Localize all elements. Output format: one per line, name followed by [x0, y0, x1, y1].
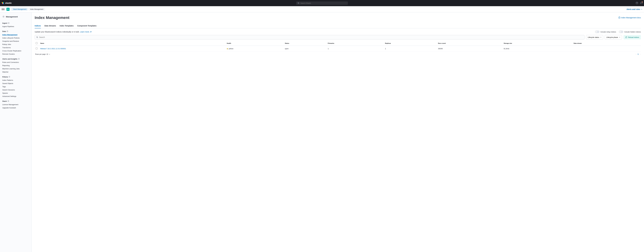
nav-section-title: Data ⓘ — [0, 29, 32, 33]
sidebar-item[interactable]: Machine Learning Jobs — [0, 67, 32, 70]
column-header[interactable]: Primaries — [327, 41, 384, 46]
external-link-icon — [90, 31, 92, 32]
cell-storage-size: 91.8mb — [503, 46, 573, 52]
chevron-down-icon — [600, 36, 602, 38]
cell-primaries: 1 — [327, 46, 384, 52]
sidebar-item[interactable]: Rules and Connectors — [0, 61, 32, 64]
pagination: ‹ 1 › — [636, 53, 640, 55]
sidebar-title: Management — [6, 16, 18, 18]
chevron-down-icon — [49, 54, 50, 55]
sidebar-item[interactable]: Rollup Jobs — [0, 43, 32, 46]
cell-docs-count: 39349 — [437, 46, 503, 52]
reload-label: Reload indices — [628, 36, 639, 38]
nav-toggle-button[interactable] — [2, 8, 5, 11]
search-icon — [298, 2, 299, 4]
lifecycle-phase-dropdown[interactable]: Lifecycle phase — [605, 35, 622, 40]
svg-point-2 — [2, 3, 3, 4]
info-icon[interactable]: ⓘ — [8, 22, 10, 24]
lifecycle-status-dropdown[interactable]: Lifecycle status — [586, 35, 603, 40]
page-prev-button[interactable]: ‹ — [636, 53, 636, 55]
tab[interactable]: Index Templates — [60, 24, 74, 28]
switch-off-icon — [595, 31, 600, 33]
alerts-rules-label: Alerts and rules — [626, 8, 640, 10]
page-current[interactable]: 1 — [638, 53, 638, 55]
refresh-icon — [625, 36, 627, 38]
brand-logo[interactable]: elastic — [2, 2, 12, 4]
sidebar-item[interactable]: Cross-Cluster Replication — [0, 49, 32, 52]
toggle-rollup-label: Include rollup indices — [600, 31, 616, 33]
tab[interactable]: Component Templates — [77, 24, 96, 28]
info-icon[interactable]: ⓘ — [7, 30, 8, 32]
sidebar-item[interactable]: Transforms — [0, 46, 32, 49]
global-search[interactable] — [296, 2, 348, 5]
page-next-button[interactable]: › — [640, 53, 640, 55]
health-dot-icon — [227, 48, 228, 49]
row-checkbox[interactable] — [36, 48, 38, 49]
info-icon[interactable]: ⓘ — [8, 100, 9, 102]
sidebar-item[interactable]: License Management — [0, 103, 32, 106]
tab[interactable]: Data Streams — [44, 24, 56, 28]
sidebar-item[interactable]: Saved Objects — [0, 82, 32, 85]
sidebar-item[interactable]: Ingest Pipelines — [0, 25, 32, 28]
column-header[interactable]: Replicas — [384, 41, 437, 46]
breadcrumb: Stack Management Index Management — [11, 8, 44, 11]
cell-data-stream — [572, 46, 641, 52]
sidebar-item[interactable]: Search Sessions — [0, 88, 32, 92]
sidebar-item[interactable]: Upgrade Assistant — [0, 106, 32, 110]
help-icon[interactable] — [636, 2, 638, 4]
table-row: filebeat-7.16.2-2021.12.31-000001yellowo… — [35, 46, 641, 52]
cell-replicas: 1 — [384, 46, 437, 52]
docs-link-label: Index Management docs — [621, 16, 641, 19]
sidebar-item[interactable]: Index Management — [0, 33, 32, 36]
breadcrumb-current: Index Management — [28, 8, 45, 11]
chevron-down-icon — [619, 36, 620, 38]
column-header[interactable]: Name — [39, 41, 226, 46]
sidebar-item[interactable]: Index Patterns — [0, 78, 32, 82]
management-sidebar: Management Ingest ⓘIngest PipelinesData … — [0, 12, 32, 252]
column-header[interactable]: Health — [226, 41, 284, 46]
toggle-rollup[interactable]: Include rollup indices — [595, 31, 616, 33]
breadcrumb-root[interactable]: Stack Management — [11, 8, 28, 11]
lifecycle-phase-label: Lifecycle phase — [606, 36, 618, 38]
sidebar-item[interactable]: Snapshot and Restore — [0, 40, 32, 43]
notification-dot — [642, 2, 643, 2]
switch-off-icon — [619, 31, 623, 33]
column-header[interactable]: Status — [284, 41, 327, 46]
sidebar-item[interactable]: Reporting — [0, 64, 32, 67]
column-header[interactable]: Data stream — [572, 41, 641, 46]
index-name-link[interactable]: filebeat-7.16.2-2021.12.31-000001 — [40, 48, 66, 50]
sidebar-item[interactable]: Spaces — [0, 92, 32, 95]
learn-more-link[interactable]: Learn more. — [80, 31, 92, 33]
space-avatar[interactable]: D — [6, 8, 10, 11]
nav-section-title: Ingest ⓘ — [0, 21, 32, 25]
toggle-hidden[interactable]: Include hidden indices — [619, 31, 641, 33]
select-all-checkbox[interactable] — [36, 42, 38, 44]
rows-per-page-label: Rows per page: 10 — [35, 53, 48, 55]
column-header[interactable]: Storage size — [503, 41, 573, 46]
global-header: elastic — [0, 0, 644, 6]
toggle-hidden-label: Include hidden indices — [624, 31, 641, 33]
sidebar-item[interactable]: Advanced Settings — [0, 95, 32, 98]
main-content: Index Management Index Management docs I… — [32, 12, 644, 252]
sidebar-item[interactable]: Tags — [0, 85, 32, 88]
search-icon — [36, 36, 38, 38]
news-icon[interactable] — [640, 2, 642, 4]
alerts-rules-button[interactable]: Alerts and rules — [626, 8, 642, 10]
global-search-input[interactable] — [300, 2, 346, 4]
table-search[interactable] — [35, 35, 584, 40]
info-icon[interactable]: ⓘ — [18, 58, 20, 60]
rows-per-page-selector[interactable]: Rows per page: 10 — [35, 53, 50, 55]
sidebar-item[interactable]: Index Lifecycle Policies — [0, 36, 32, 40]
table-search-input[interactable] — [39, 36, 583, 38]
reload-indices-button[interactable]: Reload indices — [624, 35, 641, 40]
sidebar-item[interactable]: Remote Clusters — [0, 52, 32, 56]
tab[interactable]: Indices — [35, 24, 41, 28]
svg-point-4 — [298, 2, 299, 4]
nav-section-title: Alerts and Insights ⓘ — [0, 57, 32, 61]
column-header[interactable]: Docs count — [437, 41, 503, 46]
docs-link[interactable]: Index Management docs — [618, 16, 641, 19]
help-prefix: Update your Elasticsearch indices indivi… — [35, 31, 80, 33]
gear-icon — [2, 16, 5, 18]
sidebar-item[interactable]: Watcher — [0, 70, 32, 74]
info-icon[interactable]: ⓘ — [9, 76, 10, 78]
